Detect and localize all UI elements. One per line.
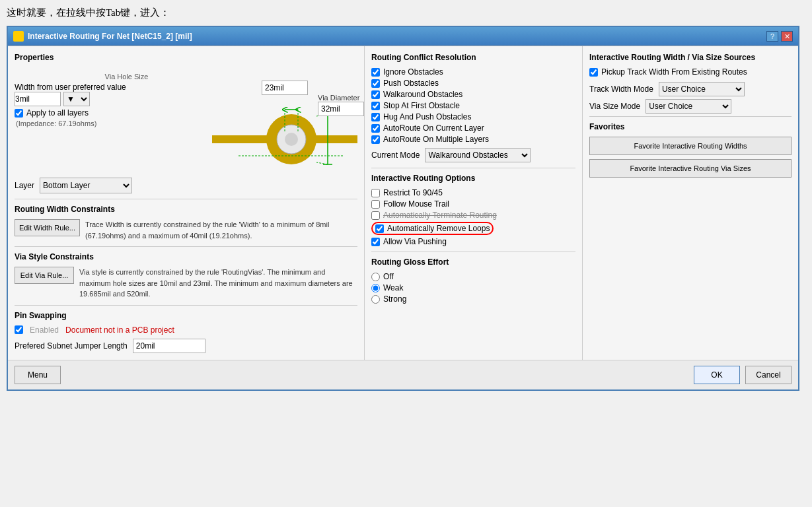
- dialog-title: Interactive Routing For Net [NetC15_2] […: [28, 32, 192, 41]
- fav-via-sizes-button[interactable]: Favorite Interactive Routing Via Sizes: [589, 159, 792, 178]
- close-button[interactable]: ✕: [781, 31, 793, 42]
- dialog: Interactive Routing For Net [NetC15_2] […: [7, 26, 799, 391]
- width-from-label: Width from user preferred value: [15, 83, 199, 92]
- current-mode-label: Current Mode: [371, 151, 420, 160]
- svg-line-12: [316, 162, 328, 164]
- width-dropdown[interactable]: ▼: [63, 92, 90, 106]
- restrict-90-45-label: Restrict To 90/45: [383, 188, 443, 197]
- auto-remove-loops-label: Automatically Remove Loops: [387, 224, 490, 233]
- autoroute-multiple-layers-label: AutoRoute On Multiple Layers: [383, 135, 489, 144]
- dialog-footer: Menu OK Cancel: [8, 360, 798, 389]
- autoroute-current-layer-label: AutoRoute On Current Layer: [383, 123, 484, 133]
- current-mode-select[interactable]: Walkaround Obstacles Push Obstacles Igno…: [425, 148, 531, 162]
- fav-routing-widths-button[interactable]: Favorite Interactive Routing Widths: [589, 137, 792, 155]
- edit-via-rule-button[interactable]: Edit Via Rule...: [15, 267, 74, 284]
- favorites-title: Favorites: [589, 122, 792, 131]
- subnet-label: Prefered Subnet Jumper Length: [15, 341, 128, 351]
- via-size-mode-label: Via Size Mode: [589, 102, 640, 111]
- hug-push-obstacles-checkbox[interactable]: [371, 113, 380, 121]
- follow-mouse-trail-checkbox[interactable]: [371, 200, 380, 209]
- push-obstacles-label: Push Obstacles: [383, 79, 439, 88]
- gloss-weak-label: Weak: [383, 283, 403, 292]
- width-constraint-text: Trace Width is currently constrained by …: [85, 219, 357, 241]
- not-pcb-text: Document not in a PCB project: [65, 325, 174, 335]
- width-input[interactable]: [15, 92, 61, 106]
- push-obstacles-checkbox[interactable]: [371, 79, 380, 88]
- layer-label: Layer: [15, 181, 34, 190]
- width-via-title: Interactive Routing Width / Via Size Sou…: [589, 53, 792, 62]
- help-button[interactable]: ?: [766, 31, 778, 42]
- pin-enabled-checkbox[interactable]: [15, 325, 23, 334]
- allow-via-pushing-label: Allow Via Pushing: [383, 237, 447, 246]
- track-width-mode-label: Track Width Mode: [589, 84, 653, 94]
- impedance-label: (Impedance: 67.19ohms): [16, 119, 199, 127]
- auto-remove-loops-checkbox[interactable]: [375, 224, 384, 233]
- pickup-track-width-label: Pickup Track Width From Existing Routes: [601, 67, 747, 77]
- auto-terminate-routing-checkbox[interactable]: [371, 211, 380, 220]
- menu-button[interactable]: Menu: [15, 366, 61, 384]
- autoroute-current-layer-checkbox[interactable]: [371, 124, 380, 133]
- dialog-titlebar: Interactive Routing For Net [NetC15_2] […: [8, 27, 798, 46]
- ok-button[interactable]: OK: [694, 366, 740, 384]
- conflict-checkboxes: Ignore Obstacles Push Obstacles Walkarou…: [371, 67, 575, 144]
- allow-via-pushing-checkbox[interactable]: [371, 238, 380, 246]
- apply-all-layers-checkbox[interactable]: [15, 109, 23, 118]
- walkaround-obstacles-label: Walkaround Obstacles: [383, 90, 462, 99]
- gloss-off-label: Off: [383, 272, 394, 281]
- subnet-input[interactable]: [133, 339, 205, 353]
- titlebar-icon: [13, 31, 24, 42]
- via-constraint-text: Via style is currently constrained by th…: [79, 267, 357, 300]
- stop-first-obstacle-checkbox[interactable]: [371, 102, 380, 110]
- ignore-obstacles-label: Ignore Obstacles: [383, 67, 443, 77]
- hug-push-obstacles-label: Hug And Push Obstacles: [383, 112, 471, 121]
- pickup-track-width-checkbox[interactable]: [589, 68, 598, 77]
- gloss-strong-radio[interactable]: [371, 295, 380, 304]
- follow-mouse-trail-label: Follow Mouse Trail: [383, 199, 449, 209]
- autoroute-multiple-layers-checkbox[interactable]: [371, 135, 380, 144]
- svg-point-3: [285, 133, 298, 146]
- via-hole-size-label: Via Hole Size: [54, 73, 199, 81]
- via-size-mode-select[interactable]: User Choice Rule Preferred Rule Minimum: [646, 99, 731, 114]
- cancel-button[interactable]: Cancel: [745, 366, 792, 384]
- via-hole-size-input[interactable]: [262, 81, 308, 95]
- via-style-title: Via Style Constraints: [15, 252, 357, 261]
- layer-select[interactable]: Bottom Layer Top Layer: [40, 178, 132, 193]
- via-diameter-input[interactable]: [318, 102, 364, 116]
- gloss-title: Routing Gloss Effort: [371, 257, 575, 267]
- track-width-mode-select[interactable]: User Choice Rule Preferred Rule Minimum: [659, 82, 745, 96]
- via-diameter-label: Via Diameter: [318, 94, 364, 102]
- restrict-90-45-checkbox[interactable]: [371, 189, 380, 197]
- routing-width-title: Routing Width Constraints: [15, 205, 357, 214]
- edit-width-rule-button[interactable]: Edit Width Rule...: [15, 219, 80, 236]
- gloss-strong-label: Strong: [383, 294, 406, 304]
- ignore-obstacles-checkbox[interactable]: [371, 68, 380, 77]
- pin-enabled-label: Enabled: [30, 325, 59, 335]
- apply-all-layers-label: Apply to all layers: [26, 108, 89, 118]
- auto-terminate-routing-label: Automatically Terminate Routing: [383, 211, 497, 220]
- properties-title: Properties: [15, 53, 357, 62]
- gloss-weak-radio[interactable]: [371, 284, 380, 292]
- pin-swap-title: Pin Swapping: [15, 311, 357, 320]
- stop-first-obstacle-label: Stop At First Obstacle: [383, 101, 460, 110]
- intro-text: 这时就要，在拉线中按Tab键，进入：: [7, 7, 805, 19]
- routing-options-title: Interactive Routing Options: [371, 174, 575, 183]
- walkaround-obstacles-checkbox[interactable]: [371, 90, 380, 99]
- gloss-off-radio[interactable]: [371, 273, 380, 281]
- conflict-title: Routing Conflict Resolution: [371, 53, 575, 62]
